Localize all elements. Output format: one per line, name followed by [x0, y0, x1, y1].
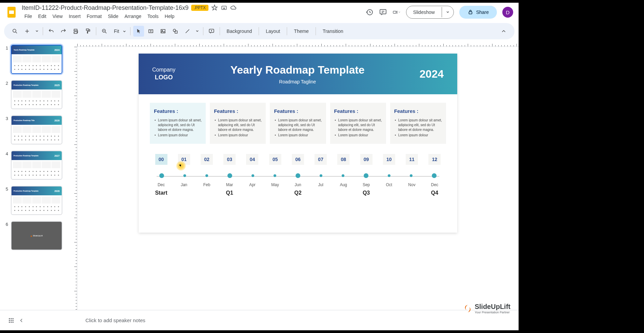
- grid-view-icon[interactable]: [8, 317, 14, 324]
- layout-button[interactable]: Layout: [262, 26, 284, 36]
- watermark-subtitle: Your Presentation Partner: [475, 311, 510, 314]
- image-tool[interactable]: [158, 26, 168, 37]
- timeline-quarter: [197, 190, 217, 196]
- slides-logo[interactable]: [5, 6, 18, 18]
- feature-title: Features :: [154, 108, 202, 114]
- collapse-toolbar-icon[interactable]: [498, 26, 509, 37]
- zoom-select[interactable]: Fit: [111, 27, 127, 35]
- menu-arrange[interactable]: Arrange: [122, 12, 144, 20]
- thumbnail-5[interactable]: 5Production Roadmap Template2028: [3, 186, 68, 215]
- company-logo-text: LOGO: [152, 74, 175, 81]
- menu-insert[interactable]: Insert: [66, 12, 83, 20]
- textbox-tool[interactable]: [145, 26, 156, 37]
- theme-button[interactable]: Theme: [290, 26, 313, 36]
- menu-edit[interactable]: Edit: [36, 12, 49, 20]
- line-tool[interactable]: [182, 26, 193, 37]
- menu-slide[interactable]: Slide: [105, 12, 121, 20]
- slideshow-button[interactable]: Slideshow: [406, 6, 454, 19]
- thumbnail-number: 5: [3, 186, 8, 215]
- menu-bar: FileEditViewInsertFormatSlideArrangeTool…: [22, 12, 365, 20]
- select-tool[interactable]: [133, 26, 144, 37]
- history-icon[interactable]: [365, 8, 374, 16]
- thumbnail-preview[interactable]: Production Roadmap Template2025: [11, 80, 62, 109]
- comment-add-button[interactable]: [206, 26, 217, 37]
- svg-rect-23: [9, 321, 10, 322]
- thumbnail-preview[interactable]: Production Roadmap Template2027: [11, 151, 62, 180]
- paint-format-button[interactable]: [82, 26, 93, 37]
- thumbnail-3[interactable]: 3Production Roadmap Title2026: [3, 115, 68, 144]
- svg-rect-22: [13, 320, 14, 321]
- slideshow-dropdown[interactable]: [442, 7, 454, 17]
- menu-format[interactable]: Format: [84, 12, 104, 20]
- menu-file[interactable]: File: [22, 12, 35, 20]
- document-title[interactable]: ItemID-11222-Product-Roadmap-Presentatio…: [22, 4, 188, 12]
- timeline-dot: [432, 173, 437, 178]
- slide-content: Features :Lorem ipsum dolour sit amet, a…: [144, 94, 452, 226]
- thumbnail-1[interactable]: 1Yearly Roadmap Template2024: [3, 45, 68, 74]
- watermark-icon: [463, 304, 472, 313]
- svg-rect-19: [13, 318, 14, 319]
- feature-card-2: Features :Lorem ipsum dolour sit amet, a…: [270, 103, 326, 144]
- feature-item: Lorem ipsum dolour sit amet, adipiscing …: [214, 118, 262, 132]
- chevron-left-icon[interactable]: [18, 317, 24, 324]
- svg-rect-6: [469, 12, 472, 14]
- timeline-dot: [274, 174, 276, 177]
- slide[interactable]: Company LOGO Yearly Roadmap Template Roa…: [139, 54, 457, 233]
- feature-item: Lorem ipsum dolour sit amet, adipiscing …: [394, 118, 442, 132]
- thumbnail-panel[interactable]: 1Yearly Roadmap Template20242Production …: [0, 41, 71, 332]
- shape-tool[interactable]: [170, 26, 181, 37]
- timeline-month: Jul: [315, 182, 327, 187]
- print-button[interactable]: [70, 26, 81, 37]
- thumbnail-preview[interactable]: Production Roadmap Title2026: [11, 115, 62, 144]
- meet-icon[interactable]: [393, 8, 401, 16]
- star-icon[interactable]: [211, 4, 218, 11]
- background-button[interactable]: Background: [223, 26, 256, 36]
- redo-button[interactable]: [58, 26, 69, 37]
- new-slide-button[interactable]: [22, 26, 33, 37]
- feature-card-1: Features :Lorem ipsum dolour sit amet, a…: [210, 103, 266, 144]
- cloud-icon[interactable]: [230, 4, 237, 11]
- thumbnail-preview[interactable]: ◆SlideUpLift: [11, 221, 62, 250]
- svg-rect-18: [11, 318, 12, 319]
- timeline-number: 03: [223, 154, 236, 165]
- timeline-month: Jan: [178, 182, 190, 187]
- comment-icon[interactable]: [379, 8, 387, 16]
- avatar[interactable]: D: [502, 7, 513, 18]
- title-bar: ItemID-11222-Product-Roadmap-Presentatio…: [0, 3, 519, 22]
- svg-rect-17: [9, 318, 10, 319]
- timeline-quarter: Start: [151, 190, 172, 196]
- timeline-dot: [251, 174, 254, 177]
- undo-button[interactable]: [46, 26, 57, 37]
- share-button[interactable]: Share: [459, 6, 497, 19]
- move-icon[interactable]: [221, 4, 227, 11]
- transition-button[interactable]: Transition: [319, 26, 347, 36]
- share-button-label: Share: [476, 9, 489, 15]
- new-slide-dropdown[interactable]: [34, 26, 40, 37]
- timeline-dot: [410, 174, 412, 177]
- thumbnail-4[interactable]: 4Production Roadmap Template2027: [3, 151, 68, 180]
- slideshow-button-label[interactable]: Slideshow: [406, 6, 442, 18]
- svg-rect-12: [161, 30, 165, 33]
- company-logo: Company LOGO: [152, 66, 175, 81]
- timeline-dot: [296, 173, 300, 178]
- slide-year: 2024: [420, 68, 444, 80]
- thumbnail-2[interactable]: 2Production Roadmap Template2025: [3, 80, 68, 109]
- search-icon[interactable]: [9, 26, 20, 37]
- timeline-quarter: Q4: [424, 190, 445, 196]
- timeline-number: 05: [269, 154, 281, 165]
- menu-tools[interactable]: Tools: [145, 12, 161, 20]
- zoom-out-button[interactable]: [99, 26, 110, 37]
- company-label: Company: [152, 66, 175, 74]
- timeline-month: Oct: [383, 182, 395, 187]
- feature-title: Features :: [334, 108, 382, 114]
- menu-help[interactable]: Help: [162, 12, 177, 20]
- svg-rect-25: [13, 321, 14, 322]
- thumbnail-6[interactable]: 6◆SlideUpLift: [3, 221, 68, 250]
- menu-view[interactable]: View: [50, 12, 65, 20]
- line-dropdown[interactable]: [194, 26, 200, 37]
- feature-title: Features :: [394, 108, 442, 114]
- thumbnail-preview[interactable]: Yearly Roadmap Template2024: [11, 45, 62, 74]
- thumbnail-preview[interactable]: Production Roadmap Template2028: [11, 186, 62, 215]
- speaker-notes-input[interactable]: Click to add speaker notes: [85, 317, 145, 323]
- canvas-area[interactable]: Company LOGO Yearly Roadmap Template Roa…: [71, 41, 519, 332]
